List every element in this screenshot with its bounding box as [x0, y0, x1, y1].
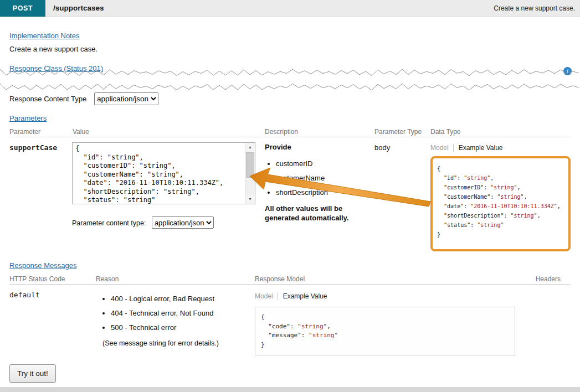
textarea-scrollbar[interactable]: ▲ ▼ [245, 143, 255, 204]
response-table-header: HTTP Status Code Reason Response Model H… [9, 275, 571, 285]
response-class-heading: Response Class (Status 201) [9, 64, 103, 73]
col-http-status-code: HTTP Status Code [9, 275, 65, 283]
parameters-heading: Parameters [9, 114, 47, 122]
parameter-name: supportCase [9, 143, 57, 152]
tab-model[interactable]: Model [430, 144, 449, 152]
endpoint-path[interactable]: /supportcases [53, 0, 104, 17]
list-item: 500 - Technical error [111, 323, 219, 332]
parameter-content-type-row: Parameter content type: application/json [72, 216, 214, 229]
scrollbar-thumb[interactable] [246, 152, 254, 178]
swagger-operation-panel: POST /supportcases Create a new support … [0, 0, 580, 392]
parameter-content-type-label: Parameter content type: [72, 219, 146, 227]
implementation-notes-heading: Implementation Notes [9, 32, 79, 40]
col-reason: Reason [96, 275, 119, 283]
scrollbar-down-button[interactable]: ▼ [245, 195, 255, 204]
col-parameter-type: Parameter Type [374, 128, 422, 136]
response-status-code: default [9, 291, 40, 299]
bottom-edge-strip [0, 387, 580, 392]
tab-model[interactable]: Model [255, 292, 273, 300]
col-description: Description [265, 128, 298, 136]
parameters-table-header: Parameter Value Description Parameter Ty… [9, 128, 571, 137]
parameter-description: Provide customerID customerName shortDes… [265, 143, 371, 223]
tab-example-value[interactable]: Example Value [278, 292, 327, 300]
list-item: customerName [276, 174, 371, 182]
response-content-type-label: Response Content Type [9, 95, 86, 103]
reason-note: (See message string for error details.) [102, 339, 219, 347]
col-headers: Headers [536, 275, 561, 283]
col-value: Value [73, 128, 89, 136]
info-icon[interactable]: i [563, 67, 572, 75]
description-note: All other values will be generated autom… [265, 204, 359, 223]
error-list: 400 - Logical error, Bad Request 404 - T… [102, 295, 219, 332]
response-content-type-select[interactable]: application/json [94, 92, 158, 105]
col-data-type: Data Type [430, 128, 460, 136]
col-response-model: Response Model [255, 275, 305, 283]
list-item: 400 - Logical error, Bad Request [111, 295, 219, 303]
list-item: shortDescription [276, 188, 371, 197]
list-item: customerID [276, 159, 371, 168]
response-messages-heading: Response Messages [9, 261, 76, 270]
try-it-out-button[interactable]: Try it out! [9, 364, 56, 383]
col-parameter: Parameter [9, 128, 40, 136]
response-model-tabs: ModelExample Value [255, 292, 327, 300]
tab-example-value[interactable]: Example Value [453, 144, 503, 152]
example-value-snippet: { "id": "string", "customerID": "string"… [430, 156, 571, 251]
parameter-type-value: body [374, 143, 390, 152]
http-method-badge: POST [0, 0, 45, 17]
list-item: 404 - Technical error, Not Found [111, 309, 219, 317]
response-content-type-row: Response Content Type application/json [9, 92, 158, 105]
implementation-notes-text: Create a new support case. [9, 45, 97, 53]
response-example-snippet: { "code": "string", "message": "string"} [255, 307, 515, 355]
parameter-value-editor: { "id": "string", "customerID": "string"… [72, 142, 255, 204]
data-type-tabs: ModelExample Value [430, 144, 503, 152]
operation-header[interactable]: POST /supportcases Create a new support … [0, 0, 580, 17]
parameter-body-textarea[interactable]: { "id": "string", "customerID": "string"… [72, 142, 255, 204]
description-intro: Provide [265, 143, 371, 151]
scrollbar-up-button[interactable]: ▲ [245, 143, 255, 152]
response-reason: 400 - Logical error, Bad Request 404 - T… [102, 295, 219, 347]
operation-summary: Create a new support case. [494, 0, 575, 17]
required-fields-list: customerID customerName shortDescription [265, 159, 371, 197]
parameter-content-type-select[interactable]: application/json [152, 216, 214, 229]
